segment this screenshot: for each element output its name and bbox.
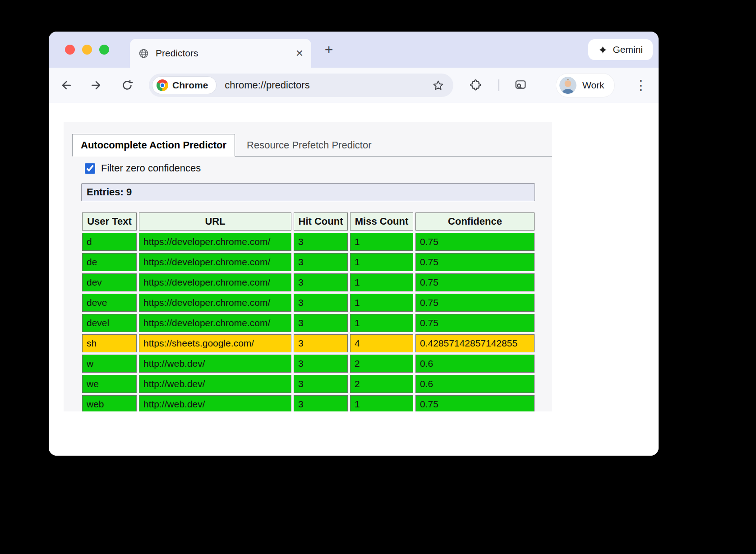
cell-user-text: deve xyxy=(82,294,137,312)
side-panel-search-icon[interactable] xyxy=(514,78,527,91)
cell-url: http://web.dev/ xyxy=(139,375,291,393)
tab-resource-prefetch-predictor[interactable]: Resource Prefetch Predictor xyxy=(235,134,383,156)
cell-url: https://developer.chrome.com/ xyxy=(139,273,291,291)
cell-url: http://web.dev/ xyxy=(139,355,291,373)
filter-row: Filter zero confidences xyxy=(85,162,552,174)
cell-confidence: 0.75 xyxy=(415,273,535,291)
predictor-table: User Text URL Hit Count Miss Count Confi… xyxy=(80,210,537,411)
minimize-window-button[interactable] xyxy=(82,45,92,55)
profile-label: Work xyxy=(582,80,604,91)
browser-menu-icon[interactable]: ⋮ xyxy=(635,78,647,92)
address-bar[interactable]: Chrome chrome://predictors xyxy=(149,74,453,97)
chrome-logo-icon xyxy=(157,79,168,91)
header-url: URL xyxy=(139,212,291,231)
cell-url: https://sheets.google.com/ xyxy=(139,334,291,352)
header-hit-count: Hit Count xyxy=(294,212,348,231)
extensions-icon[interactable] xyxy=(469,78,482,91)
cell-hit-count: 3 xyxy=(294,273,348,291)
gemini-label: Gemini xyxy=(613,44,643,55)
globe-favicon-icon xyxy=(138,48,149,59)
cell-user-text: d xyxy=(82,233,137,251)
cell-url: https://developer.chrome.com/ xyxy=(139,294,291,312)
cell-miss-count: 1 xyxy=(350,395,413,411)
cell-user-text: dev xyxy=(82,273,137,291)
gemini-button[interactable]: Gemini xyxy=(588,39,653,60)
table-row: whttp://web.dev/320.6 xyxy=(82,355,535,373)
toolbar-divider xyxy=(498,79,499,91)
bookmark-star-icon[interactable] xyxy=(432,79,444,92)
table-row: webhttp://web.dev/310.75 xyxy=(82,395,535,411)
zoom-window-button[interactable] xyxy=(99,45,109,55)
cell-url: http://web.dev/ xyxy=(139,395,291,411)
sparkle-icon xyxy=(598,45,608,55)
cell-hit-count: 3 xyxy=(294,355,348,373)
cell-hit-count: 3 xyxy=(294,294,348,312)
predictor-table-body: dhttps://developer.chrome.com/310.75deht… xyxy=(82,233,535,411)
profile-chip[interactable]: Work xyxy=(556,74,614,97)
cell-user-text: devel xyxy=(82,314,137,332)
predictors-page: Autocomplete Action Predictor Resource P… xyxy=(64,122,552,411)
table-row: shhttps://sheets.google.com/340.42857142… xyxy=(82,334,535,352)
profile-avatar xyxy=(559,77,576,94)
cell-hit-count: 3 xyxy=(294,395,348,411)
cell-user-text: web xyxy=(82,395,137,411)
chrome-badge-label: Chrome xyxy=(172,80,208,91)
table-row: dhttps://developer.chrome.com/310.75 xyxy=(82,233,535,251)
table-header-row: User Text URL Hit Count Miss Count Confi… xyxy=(82,212,535,231)
window-controls xyxy=(65,45,109,55)
url-text[interactable]: chrome://predictors xyxy=(225,79,309,91)
cell-user-text: de xyxy=(82,253,137,271)
page-content: Autocomplete Action Predictor Resource P… xyxy=(49,103,659,456)
table-row: devhttps://developer.chrome.com/310.75 xyxy=(82,273,535,291)
browser-window: Predictors × + Gemini xyxy=(49,32,659,456)
filter-checkbox[interactable] xyxy=(85,163,95,174)
close-window-button[interactable] xyxy=(65,45,75,55)
cell-miss-count: 1 xyxy=(350,273,413,291)
table-row: wehttp://web.dev/320.6 xyxy=(82,375,535,393)
tab-strip: Predictors × + Gemini xyxy=(49,32,659,68)
cell-hit-count: 3 xyxy=(294,375,348,393)
back-button[interactable] xyxy=(60,79,73,92)
cell-miss-count: 1 xyxy=(350,314,413,332)
cell-url: https://developer.chrome.com/ xyxy=(139,233,291,251)
tab-title: Predictors xyxy=(156,48,198,59)
tab-close-icon[interactable]: × xyxy=(296,47,303,60)
cell-confidence: 0.75 xyxy=(415,233,535,251)
cell-confidence: 0.6 xyxy=(415,355,535,373)
table-row: devehttps://developer.chrome.com/310.75 xyxy=(82,294,535,312)
cell-miss-count: 1 xyxy=(350,253,413,271)
cell-user-text: sh xyxy=(82,334,137,352)
table-row: dehttps://developer.chrome.com/310.75 xyxy=(82,253,535,271)
new-tab-button[interactable]: + xyxy=(322,42,336,57)
cell-miss-count: 4 xyxy=(350,334,413,352)
cell-confidence: 0.75 xyxy=(415,395,535,411)
cell-confidence: 0.42857142857142855 xyxy=(415,334,535,352)
browser-toolbar: Chrome chrome://predictors xyxy=(49,68,659,103)
cell-miss-count: 1 xyxy=(350,233,413,251)
reload-button[interactable] xyxy=(121,79,134,92)
tab-autocomplete-action-predictor[interactable]: Autocomplete Action Predictor xyxy=(72,134,235,157)
cell-user-text: we xyxy=(82,375,137,393)
cell-confidence: 0.75 xyxy=(415,253,535,271)
predictor-tabs: Autocomplete Action Predictor Resource P… xyxy=(72,134,552,157)
cell-confidence: 0.75 xyxy=(415,314,535,332)
cell-confidence: 0.6 xyxy=(415,375,535,393)
cell-hit-count: 3 xyxy=(294,253,348,271)
table-row: develhttps://developer.chrome.com/310.75 xyxy=(82,314,535,332)
cell-url: https://developer.chrome.com/ xyxy=(139,314,291,332)
browser-tab-predictors[interactable]: Predictors × xyxy=(130,39,311,68)
cell-hit-count: 3 xyxy=(294,314,348,332)
header-confidence: Confidence xyxy=(415,212,535,231)
header-user-text: User Text xyxy=(82,212,137,231)
cell-user-text: w xyxy=(82,355,137,373)
cell-miss-count: 2 xyxy=(350,375,413,393)
cell-hit-count: 3 xyxy=(294,233,348,251)
filter-label[interactable]: Filter zero confidences xyxy=(101,162,201,174)
cell-confidence: 0.75 xyxy=(415,294,535,312)
forward-button[interactable] xyxy=(90,79,102,92)
entries-bar: Entries: 9 xyxy=(81,183,535,201)
cell-miss-count: 2 xyxy=(350,355,413,373)
header-miss-count: Miss Count xyxy=(350,212,413,231)
chrome-search-badge[interactable]: Chrome xyxy=(152,76,217,94)
cell-url: https://developer.chrome.com/ xyxy=(139,253,291,271)
